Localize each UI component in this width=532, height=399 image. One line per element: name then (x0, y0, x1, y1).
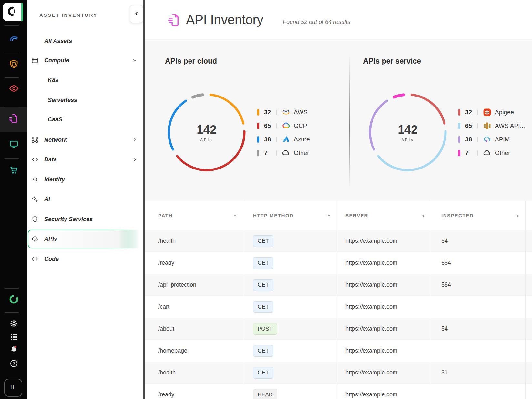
sidebar-item-label: Serverless (48, 97, 77, 104)
chevron-down-icon[interactable] (132, 58, 137, 63)
sparkles-icon (31, 195, 39, 203)
rail-item-api-inventory-selected[interactable] (0, 107, 27, 132)
donut-segment-aws-api-[interactable] (378, 131, 445, 170)
rail-divider (5, 288, 19, 289)
table-row[interactable]: /ready HEAD https://example.com (145, 384, 532, 399)
table-body: /health GET https://example.com 54 /read… (145, 230, 532, 399)
donut-segment-other[interactable] (193, 95, 202, 97)
legend-item-apim[interactable]: 38 APIM (458, 135, 510, 144)
table-header: PATH HTTP METHOD SERVER INSPECTED (145, 201, 532, 230)
table-row[interactable]: /cart GET https://example.com (145, 296, 532, 318)
shield-outline-icon (31, 215, 39, 223)
table-row[interactable]: /health GET https://example.com 31 (145, 362, 532, 384)
filter-icon[interactable] (516, 213, 519, 219)
legend-item-aws[interactable]: 32 aws AWS (257, 108, 308, 117)
legend-pill (458, 123, 460, 129)
app-root: ? IL ASSET INVENTORY All Assets Compute … (0, 0, 532, 399)
legend-label: Apigee (495, 109, 514, 116)
donut-segment-apim[interactable] (370, 101, 387, 149)
aws-logo-icon: aws (281, 108, 291, 117)
chevron-right-icon[interactable] (133, 138, 137, 142)
table-row[interactable]: /health GET https://example.com 54 (145, 230, 532, 252)
shopping-cart-icon (9, 165, 19, 176)
rail-item-notifications[interactable] (0, 344, 27, 355)
rail-item-monitor[interactable] (0, 135, 27, 154)
sidebar-item-caas[interactable]: CaaS (48, 113, 141, 126)
sidebar-item-compute[interactable]: Compute (31, 54, 141, 67)
legend-item-gcp[interactable]: 65 GCP (257, 121, 307, 130)
legend-value: 38 (465, 136, 477, 143)
rail-divider (5, 312, 19, 313)
sidebar-item-label: Compute (44, 57, 69, 64)
legend-label: APIM (495, 136, 510, 143)
rail-item-help[interactable]: ? (0, 358, 27, 370)
table-row[interactable]: /about POST https://example.com 54 (145, 318, 532, 340)
table-row[interactable]: /api_protection GET https://example.com … (145, 274, 532, 296)
legend-item-azure[interactable]: 38 Azure (257, 135, 310, 144)
legend-label: Other (495, 149, 510, 157)
cell-inspected: 54 (431, 230, 525, 252)
cell-server: https://example.com (337, 362, 431, 384)
http-method-badge: HEAD (253, 389, 277, 399)
sidebar-item-identity[interactable]: Identity (31, 173, 141, 186)
legend-item-aws-api-gateway[interactable]: 65 AWS API... (458, 121, 525, 130)
apim-logo-icon (483, 135, 492, 144)
donut-svg-cloud[interactable] (163, 89, 250, 176)
sidebar-item-label: Network (44, 137, 67, 143)
donut-svg-service[interactable] (364, 89, 451, 176)
rail-item-radar[interactable] (0, 29, 27, 48)
legend-value: 32 (465, 109, 477, 116)
radar-icon (9, 34, 19, 44)
chevron-right-icon[interactable] (133, 158, 137, 162)
sidebar-item-serverless[interactable]: Serverless (48, 94, 141, 107)
donut-segment-apigee[interactable] (412, 95, 444, 124)
filter-icon[interactable] (233, 213, 237, 219)
app-logo[interactable] (3, 3, 23, 21)
cell-inspected: 54 (431, 318, 525, 340)
cell-path: /health (145, 230, 243, 252)
rail-item-settings[interactable] (0, 318, 27, 330)
user-avatar[interactable]: IL (4, 379, 22, 397)
table-row[interactable]: /ready GET https://example.com 654 (145, 252, 532, 274)
rail-item-eye[interactable] (0, 79, 27, 98)
sidebar-item-ai[interactable]: AI (31, 193, 141, 206)
sidebar-collapse-button[interactable] (130, 5, 143, 23)
sidebar-item-data[interactable]: Data (31, 153, 141, 166)
spacer (31, 37, 39, 45)
legend-item-apigee[interactable]: 32 Apigee (458, 108, 514, 117)
donut-segment-gcp[interactable] (177, 131, 244, 170)
sidebar-item-code[interactable]: Code (31, 252, 141, 265)
donut-segment-azure[interactable] (169, 101, 186, 149)
legend-pill (458, 109, 460, 116)
svg-text:?: ? (13, 361, 15, 366)
cell-server: https://example.com (337, 318, 431, 340)
rail-item-apps[interactable] (0, 332, 27, 343)
cell-path: /about (145, 318, 243, 340)
filter-icon[interactable] (327, 213, 331, 219)
rail-item-ring-logo[interactable] (0, 290, 27, 309)
legend-value: 32 (264, 109, 276, 116)
filter-icon[interactable] (421, 213, 425, 219)
cell-path: /ready (145, 384, 243, 399)
legend-separator (477, 110, 478, 115)
page-header: API Inventory Found 52 out of 64 results (145, 0, 532, 39)
rail-item-shield[interactable] (0, 55, 27, 74)
sidebar-item-security-services[interactable]: Security Services (31, 213, 141, 226)
results-count: Found 52 out of 64 results (283, 19, 350, 26)
rail-item-marketplace[interactable] (0, 161, 27, 180)
code-brackets-icon (31, 255, 39, 263)
http-method-badge: GET (253, 301, 273, 313)
table-row[interactable]: /homepage GET https://example.com (145, 340, 532, 362)
sidebar-item-network[interactable]: Network (31, 133, 141, 146)
legend-item-other-service[interactable]: 7 Other (458, 148, 510, 158)
donut-segment-aws[interactable] (210, 95, 243, 124)
donut-chart-apis-per-service: 142 APIs (364, 89, 451, 176)
sidebar-item-apis[interactable]: APIs (31, 232, 141, 245)
sidebar-item-k8s[interactable]: K8s (48, 74, 141, 87)
legend-item-other-cloud[interactable]: 7 Other (257, 148, 309, 158)
donut-segment-other[interactable] (394, 95, 404, 97)
network-nodes-icon (31, 136, 39, 144)
apigee-logo-icon (483, 108, 492, 117)
server-stack-icon (31, 56, 39, 64)
sidebar-item-all-assets[interactable]: All Assets (31, 35, 141, 47)
